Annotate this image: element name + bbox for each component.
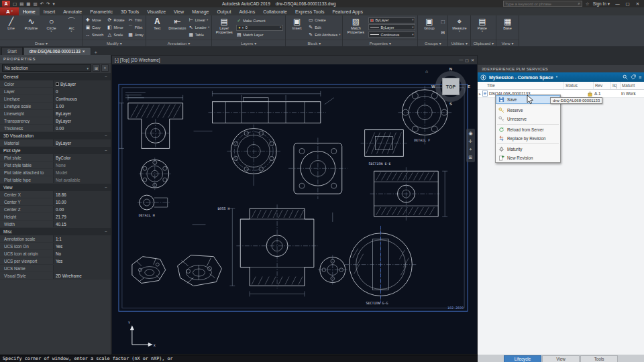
menu-tab-parametric[interactable]: Parametric <box>86 7 117 15</box>
panel-label-modify[interactable]: Modify ▾ <box>83 40 146 46</box>
pan-icon[interactable]: ✛ <box>469 139 473 144</box>
section-header-3d-visualization[interactable]: 3D Visualization− <box>0 132 111 139</box>
tag-icon[interactable] <box>631 74 636 80</box>
start-tab[interactable]: Start <box>1 47 23 55</box>
edit-block-button[interactable]: ✎Edit <box>308 24 340 31</box>
section-header-general[interactable]: General− <box>0 73 111 80</box>
close-tab-icon[interactable]: × <box>83 49 85 54</box>
menu-item-unreserve[interactable]: Unreserve <box>496 115 560 123</box>
menu-item-maturity[interactable]: Maturity <box>496 145 560 154</box>
fillet-button[interactable]: ⌒Fillet <box>128 24 144 31</box>
tab-tools[interactable]: Tools <box>580 355 618 362</box>
column-maturity[interactable]: Maturit <box>620 82 644 89</box>
measure-button[interactable]: ⌖ Measure ▾ <box>450 17 468 38</box>
layer-properties-button[interactable]: ▤ Layer Properties <box>214 17 234 38</box>
layer-dropdown[interactable]: ● ◐ 0 ▾ <box>236 25 283 31</box>
rotate-button[interactable]: ⟳Rotate <box>107 17 124 23</box>
mirror-button[interactable]: ◧Mirror <box>107 24 124 31</box>
panel-label-utilities[interactable]: Utilities ▾ <box>448 40 470 46</box>
compass-icon[interactable] <box>480 74 486 80</box>
column-title[interactable]: Title <box>478 83 564 88</box>
panel-label-annotation[interactable]: Annotation ▾ <box>146 40 211 46</box>
circle-button[interactable]: ○ Circle ▾ <box>42 17 60 38</box>
trim-button[interactable]: ✂Trim <box>128 17 144 23</box>
session-title[interactable]: MySession - Common Space <box>489 75 553 80</box>
viewcube-east[interactable]: E <box>468 84 470 88</box>
dimension-button[interactable]: ⇤ Dimension <box>168 17 186 38</box>
menu-item-reserve[interactable]: Reserve <box>496 106 560 115</box>
minimize-button[interactable]: — <box>613 1 622 7</box>
menu-icon[interactable]: ≡ <box>639 75 641 80</box>
menu-item-reload-from-server[interactable]: Reload from Server <box>496 125 560 134</box>
make-current-button[interactable]: ✓Make Current <box>236 17 283 24</box>
redo-icon[interactable]: ↷ <box>46 1 50 7</box>
section-header-plot-style[interactable]: Plot style− <box>0 147 111 154</box>
collapse-icon[interactable]: − <box>105 74 107 79</box>
linetype-dropdown[interactable]: Continuous ▾ <box>368 32 415 38</box>
zoom-extents-icon[interactable]: ⌖ <box>470 147 472 152</box>
arc-button[interactable]: ⌒ Arc ▾ <box>62 17 80 38</box>
section-header-view[interactable]: View− <box>0 184 111 191</box>
move-button[interactable]: ✚Move <box>85 17 103 23</box>
tab-lifecycle[interactable]: Lifecycle <box>504 355 541 362</box>
insert-button[interactable]: ▣ Insert <box>288 17 306 38</box>
base-button[interactable]: ▦ Base <box>498 17 517 38</box>
panel-label-block[interactable]: Block ▾ <box>286 40 342 46</box>
window-minimize-icon[interactable]: — <box>459 58 463 62</box>
full-navigation-wheel-icon[interactable]: ◉ <box>468 131 472 136</box>
viewcube-south[interactable]: S <box>449 102 452 106</box>
sign-in-button[interactable]: Sign In ▾ <box>593 1 610 7</box>
viewport-controls-visual-style[interactable]: [2D Wireframe] <box>131 58 160 62</box>
quick-select-icon[interactable]: ⌖ <box>101 64 109 72</box>
column-is[interactable]: Is| <box>610 82 620 89</box>
text-button[interactable]: A Text <box>148 17 166 38</box>
tab-view[interactable]: View <box>542 355 580 362</box>
menu-item-new-revision[interactable]: New Revision <box>496 154 560 162</box>
paste-button[interactable]: ▤ Paste ▾ <box>473 17 491 38</box>
polyline-button[interactable]: ∿ Polyline <box>22 17 40 38</box>
array-button[interactable]: ▦Array <box>128 32 144 38</box>
panel-label-layers[interactable]: Layers ▾ <box>212 40 285 46</box>
collapse-icon[interactable]: − <box>105 229 107 234</box>
stretch-button[interactable]: ↔Stretch <box>85 32 103 38</box>
menu-item-replace-by-revision[interactable]: Replace by Revision <box>496 134 560 143</box>
viewcube-west[interactable]: W <box>431 84 435 88</box>
create-block-button[interactable]: ▭Create <box>308 17 340 23</box>
search-icon[interactable] <box>623 74 628 80</box>
viewcube-top-face[interactable]: TOP <box>442 78 460 95</box>
expand-chevron-icon[interactable]: ▸ <box>479 91 481 96</box>
orbit-icon[interactable]: ⊞ <box>469 155 473 160</box>
selection-dropdown[interactable]: No selection ▾ <box>2 64 91 72</box>
close-button[interactable]: ✕ <box>633 1 642 7</box>
lineweight-dropdown[interactable]: ByLayer ▾ <box>368 24 415 30</box>
panel-label-groups[interactable]: Groups ▾ <box>418 40 447 46</box>
viewport-controls-minimize[interactable]: [-] <box>115 58 119 62</box>
plot-icon[interactable]: ▥ <box>33 1 37 7</box>
menu-tab-manage[interactable]: Manage <box>188 7 213 15</box>
autocad-logo[interactable]: A <box>2 1 10 7</box>
menu-tab-express-tools[interactable]: Express Tools <box>291 7 328 15</box>
menu-tab-3d-tools[interactable]: 3D Tools <box>117 7 143 15</box>
search-icon[interactable]: ⌕ <box>578 1 580 6</box>
edit-attributes-button[interactable]: ✎Edit Attributes ▾ <box>308 32 340 38</box>
restore-button[interactable]: ▢ <box>623 1 632 7</box>
viewcube[interactable]: ⌂ N W E S TOP <box>433 68 469 105</box>
drawing-tab[interactable]: drw-DSQAL068-00001133 × <box>23 47 91 55</box>
collapse-icon[interactable]: − <box>105 185 107 190</box>
column-status[interactable]: Status <box>564 82 593 89</box>
window-close-icon[interactable]: ✕ <box>471 58 474 62</box>
panel-label-clipboard[interactable]: Clipboard ▾ <box>471 40 496 46</box>
open-file-icon[interactable]: ▤ <box>19 1 23 7</box>
window-restore-icon[interactable]: ▢ <box>465 58 469 62</box>
chevron-down-icon[interactable]: ▾ <box>556 76 557 78</box>
favorites-icon[interactable]: ☆ <box>586 1 590 7</box>
collapse-icon[interactable]: − <box>105 148 107 153</box>
viewcube-north[interactable]: N <box>449 67 452 71</box>
viewcube-home-icon[interactable]: ⌂ <box>425 69 428 74</box>
scale-button[interactable]: △Scale <box>107 32 124 38</box>
copy-button[interactable]: ▣Copy <box>85 24 103 31</box>
undo-icon[interactable]: ↶ <box>40 1 44 7</box>
search-input[interactable] <box>505 2 577 6</box>
application-menu-button[interactable]: A ▾ <box>0 7 19 15</box>
leader-button[interactable]: ↖Leader ▾ <box>189 24 209 31</box>
